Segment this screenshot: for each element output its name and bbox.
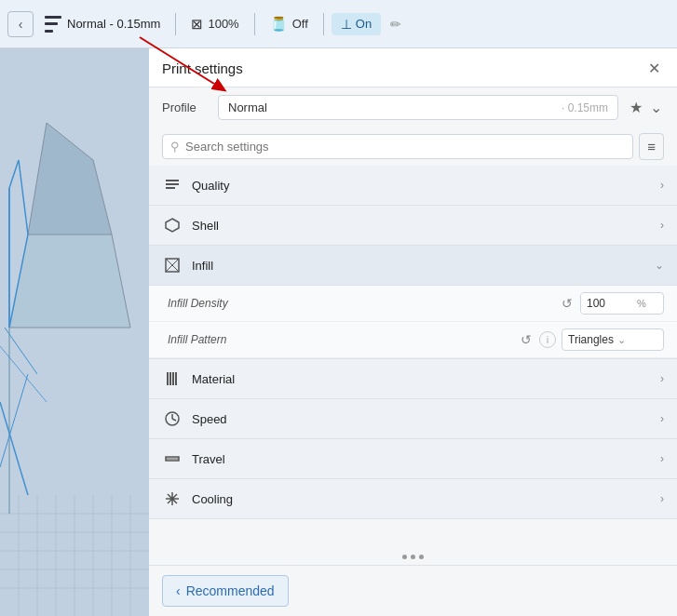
- material-label: Material: [192, 372, 651, 386]
- quality-label: Quality: [192, 179, 651, 193]
- cooling-label: Cooling: [192, 492, 651, 506]
- dot2: [411, 555, 415, 559]
- pattern-info-button[interactable]: i: [539, 331, 556, 348]
- svg-rect-22: [166, 183, 179, 185]
- recommended-button[interactable]: ‹ Recommended: [162, 575, 289, 607]
- shell-chevron-icon: ›: [660, 219, 664, 232]
- on-button[interactable]: ⊥ On: [332, 13, 381, 35]
- density-reset-button[interactable]: ↺: [560, 294, 575, 313]
- on-label: On: [356, 17, 372, 31]
- infill-chevron-icon: ⌄: [655, 259, 664, 272]
- search-menu-button[interactable]: ≡: [639, 133, 664, 160]
- svg-marker-24: [166, 219, 179, 232]
- search-row: ⚲ ≡: [149, 127, 677, 166]
- back-button[interactable]: ‹: [7, 11, 34, 37]
- infill-subsection: Infill Density ↺ % Infill Pattern ↺ i Tr…: [149, 286, 677, 359]
- search-wrapper: ⚲: [162, 134, 633, 159]
- pen-icon: ✏: [390, 17, 401, 32]
- infill-pattern-row: Infill Pattern ↺ i Triangles ⌄: [149, 322, 677, 358]
- separator2: [254, 13, 255, 35]
- pattern-reset-button[interactable]: ↺: [519, 330, 534, 349]
- profile-label: Profile: [162, 100, 209, 114]
- cooling-section[interactable]: Cooling ›: [149, 479, 677, 519]
- search-input[interactable]: [185, 140, 625, 154]
- settings-list: Quality › Shell › Infill ⌄: [149, 166, 677, 549]
- separator: [175, 13, 176, 35]
- infill-icon: ⊠: [191, 16, 203, 33]
- separator3: [323, 13, 324, 35]
- quality-icon: [162, 175, 183, 195]
- cooling-icon: [162, 489, 183, 509]
- percent-label: 100%: [208, 17, 238, 31]
- adhesion-icon: ⊥: [341, 17, 352, 32]
- profile-selector[interactable]: Normal · 0.15mm: [218, 95, 618, 120]
- star-button[interactable]: ★: [628, 97, 644, 118]
- toolbar: ‹ Normal - 0.15mm ⊠ 100% 🫙 Off ⊥ On ✏: [0, 0, 677, 48]
- svg-rect-21: [166, 180, 179, 181]
- recommended-chevron-icon: ‹: [176, 583, 181, 598]
- support-button[interactable]: 🫙 Off: [263, 12, 316, 36]
- quality-chevron-icon: ›: [660, 179, 664, 192]
- profile-row: Profile Normal · 0.15mm ★ ⌄: [149, 87, 677, 127]
- viewport-svg: [0, 48, 149, 616]
- panel-title: Print settings: [162, 60, 243, 76]
- print-settings-panel: Print settings ✕ Profile Normal · 0.15mm…: [149, 48, 677, 616]
- profile-button[interactable]: Normal - 0.15mm: [37, 12, 168, 36]
- pen-button[interactable]: ✏: [385, 13, 407, 35]
- panel-footer: ‹ Recommended: [149, 565, 677, 616]
- dot3: [419, 555, 424, 559]
- travel-label: Travel: [192, 452, 651, 466]
- infill-density-label: Infill Density: [168, 297, 554, 310]
- profile-secondary: · 0.15mm: [562, 101, 608, 114]
- quality-section[interactable]: Quality ›: [149, 166, 677, 206]
- pattern-chevron-icon: ⌄: [617, 334, 657, 346]
- profile-name: Normal: [228, 100, 558, 114]
- speed-section[interactable]: Speed ›: [149, 399, 677, 439]
- profile-icon: [45, 16, 61, 33]
- infill-pattern-value: Triangles: [568, 333, 614, 346]
- infill-density-input-wrap: %: [580, 292, 664, 315]
- speed-icon: [162, 408, 183, 429]
- shell-label: Shell: [192, 219, 651, 233]
- svg-rect-23: [166, 187, 175, 189]
- viewport: [0, 48, 149, 616]
- shell-icon: [162, 215, 183, 235]
- infill-label: Infill: [192, 259, 645, 273]
- support-icon: 🫙: [270, 16, 288, 33]
- speed-chevron-icon: ›: [660, 412, 664, 425]
- infill-density-row: Infill Density ↺ %: [149, 286, 677, 322]
- speed-label: Speed: [192, 412, 651, 426]
- recommended-label: Recommended: [186, 583, 275, 598]
- panel-header: Print settings ✕: [149, 48, 677, 87]
- back-icon: ‹: [19, 17, 23, 32]
- svg-line-34: [172, 419, 176, 421]
- shell-section[interactable]: Shell ›: [149, 206, 677, 246]
- density-unit: %: [637, 294, 650, 313]
- travel-icon: [162, 449, 183, 469]
- cooling-chevron-icon: ›: [660, 492, 664, 505]
- search-icon: ⚲: [170, 140, 180, 154]
- travel-section[interactable]: Travel ›: [149, 439, 677, 479]
- profile-name-label: Normal - 0.15mm: [67, 17, 160, 31]
- percent-button[interactable]: ⊠ 100%: [183, 12, 246, 36]
- infill-pattern-select[interactable]: Triangles ⌄: [562, 328, 664, 351]
- travel-chevron-icon: ›: [660, 452, 664, 465]
- profile-chevron-button[interactable]: ⌄: [648, 97, 664, 118]
- infill-section-icon: [162, 255, 183, 275]
- close-button[interactable]: ✕: [644, 58, 664, 79]
- menu-icon: ≡: [647, 139, 656, 154]
- infill-pattern-label: Infill Pattern: [168, 333, 513, 346]
- dot1: [402, 555, 407, 559]
- infill-density-input[interactable]: [581, 293, 637, 314]
- profile-actions: ★ ⌄: [628, 97, 664, 118]
- material-chevron-icon: ›: [660, 372, 664, 385]
- infill-section[interactable]: Infill ⌄: [149, 246, 677, 286]
- panel-dots: [149, 549, 677, 565]
- off-label: Off: [292, 17, 308, 31]
- material-section[interactable]: Material ›: [149, 359, 677, 399]
- material-icon: [162, 368, 183, 389]
